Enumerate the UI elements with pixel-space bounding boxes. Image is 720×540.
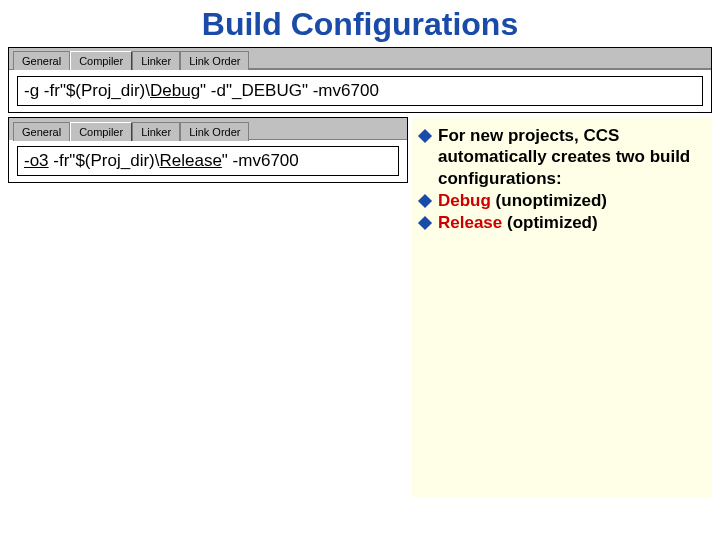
- release-config-box: General Compiler Linker Link Order -o3 -…: [8, 117, 408, 183]
- flag-debug-word: Debug: [150, 81, 200, 100]
- bullet-suffix: (unoptimized): [491, 191, 607, 210]
- release-input-row: -o3 -fr"$(Proj_dir)\Release" -mv6700: [9, 140, 407, 182]
- bullet-list: For new projects, CCS automatically crea…: [414, 125, 706, 233]
- bullet-text: Debug (unoptimized): [438, 190, 706, 211]
- bullet-item: Debug (unoptimized): [414, 190, 706, 211]
- main-area: General Compiler Linker Link Order -o3 -…: [8, 117, 712, 497]
- bullet-item: For new projects, CCS automatically crea…: [414, 125, 706, 189]
- flag-release-word: Release: [159, 151, 221, 170]
- tab-link-order[interactable]: Link Order: [180, 122, 249, 141]
- flag-text: " -d"_DEBUG" -mv: [200, 81, 341, 100]
- diamond-bullet-icon: [418, 129, 432, 143]
- tab-linker[interactable]: Linker: [132, 51, 180, 70]
- debug-compiler-flags[interactable]: -g -fr"$(Proj_dir)\Debug" -d"_DEBUG" -mv…: [17, 76, 703, 106]
- tab-spacer: [249, 68, 711, 69]
- debug-tabs: General Compiler Linker Link Order: [9, 48, 711, 70]
- tab-linker[interactable]: Linker: [132, 122, 180, 141]
- bullet-text: For new projects, CCS automatically crea…: [438, 125, 706, 189]
- bullet-suffix: (optimized): [502, 213, 597, 232]
- release-tabs: General Compiler Linker Link Order: [9, 118, 407, 140]
- tab-compiler[interactable]: Compiler: [70, 122, 132, 141]
- tab-general[interactable]: General: [13, 51, 70, 70]
- release-label: Release: [438, 213, 502, 232]
- diamond-bullet-icon: [418, 216, 432, 230]
- diamond-bullet-icon: [418, 194, 432, 208]
- flag-arch: 6700: [261, 151, 299, 170]
- tab-general[interactable]: General: [13, 122, 70, 141]
- debug-input-row: -g -fr"$(Proj_dir)\Debug" -d"_DEBUG" -mv…: [9, 70, 711, 112]
- debug-config-box: General Compiler Linker Link Order -g -f…: [8, 47, 712, 113]
- flag-opt: -o3: [24, 151, 49, 170]
- flag-text: -fr"$(Proj_dir)\: [49, 151, 160, 170]
- release-compiler-flags[interactable]: -o3 -fr"$(Proj_dir)\Release" -mv6700: [17, 146, 399, 176]
- flag-text: " -mv: [222, 151, 261, 170]
- flag-arch: 6700: [341, 81, 379, 100]
- tab-spacer: [249, 139, 407, 140]
- flag-text: -g -fr"$(Proj_dir)\: [24, 81, 150, 100]
- bullet-item: Release (optimized): [414, 212, 706, 233]
- tab-compiler[interactable]: Compiler: [70, 51, 132, 70]
- page-title: Build Configurations: [0, 0, 720, 47]
- bullet-text: Release (optimized): [438, 212, 706, 233]
- right-column: For new projects, CCS automatically crea…: [412, 117, 712, 497]
- left-column: General Compiler Linker Link Order -o3 -…: [8, 117, 408, 497]
- debug-label: Debug: [438, 191, 491, 210]
- tab-link-order[interactable]: Link Order: [180, 51, 249, 70]
